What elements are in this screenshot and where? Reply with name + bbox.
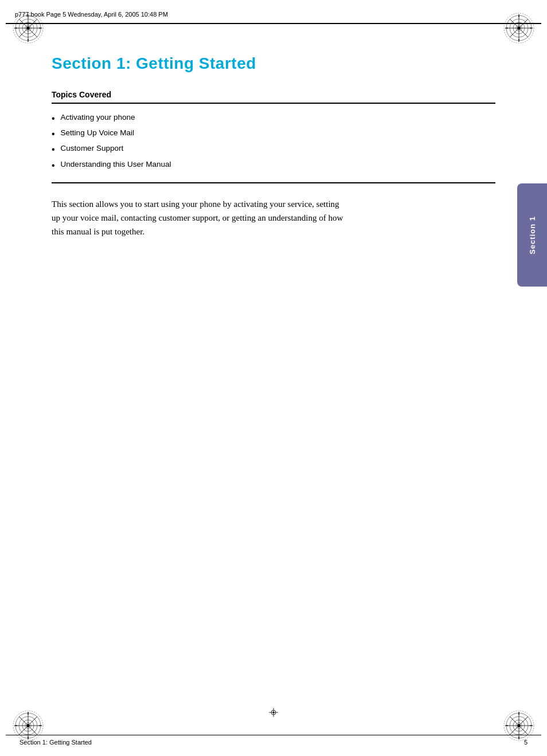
topics-list: Activating your phone Setting Up Voice M… [52,113,495,171]
svg-point-26 [518,27,521,30]
section-tab: Section 1 [517,183,547,287]
topics-divider-bottom [52,182,495,183]
svg-point-40 [27,724,30,727]
corner-starburst-tr [503,13,534,46]
section-tab-label: Section 1 [528,216,537,254]
topic-item-4: Understanding this User Manual [61,160,171,169]
footer-section-label: Section 1: Getting Started [19,739,92,746]
main-content: Section 1: Getting Started Topics Covere… [52,32,495,722]
footer-page-number: 5 [524,739,528,746]
topic-item-1: Activating your phone [61,113,135,122]
topic-item-2: Setting Up Voice Mail [61,128,134,137]
section-title: Section 1: Getting Started [52,54,495,73]
body-paragraph: This section allows you to start using y… [52,197,350,238]
svg-point-12 [27,27,30,30]
list-item: Setting Up Voice Mail [52,128,495,139]
topics-divider-top [52,103,495,104]
topics-covered-section: Topics Covered Activating your phone Set… [52,90,495,183]
svg-point-59 [273,712,275,714]
bottom-center-mark [268,707,279,720]
corner-starburst-tl [13,13,44,46]
list-item: Activating your phone [52,113,495,124]
svg-point-54 [518,724,521,727]
page-footer: Section 1: Getting Started 5 [6,735,541,746]
topic-item-3: Customer Support [61,144,124,152]
page-header: p777.book Page 5 Wednesday, April 6, 200… [6,6,541,24]
list-item: Understanding this User Manual [52,160,495,171]
list-item: Customer Support [52,144,495,155]
topics-covered-label: Topics Covered [52,90,495,99]
